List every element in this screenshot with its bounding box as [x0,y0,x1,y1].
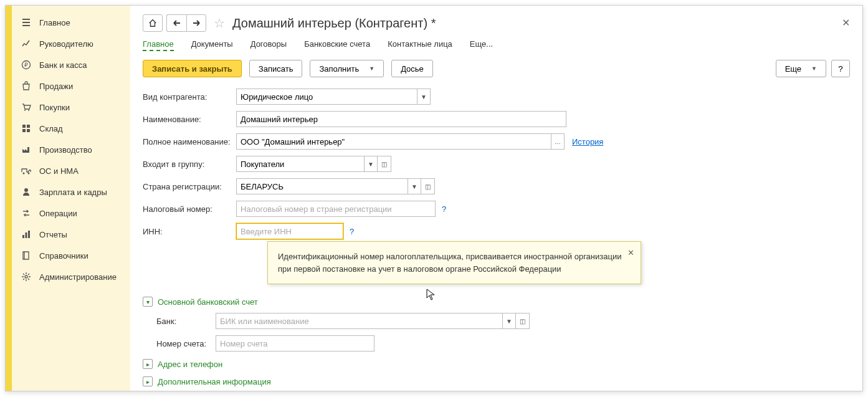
sidebar-item-operations[interactable]: Операции [12,203,130,224]
country-field[interactable] [236,178,408,194]
sidebar-item-manager[interactable]: Руководителю [12,33,130,54]
address-section-toggle[interactable]: ▸ Адрес и телефон [143,359,850,369]
fullname-label: Полное наименование: [143,137,236,146]
chevron-right-icon: ▸ [143,359,153,369]
ruble-icon: ₽ [21,59,32,70]
sidebar-item-admin[interactable]: Администрирование [12,266,130,287]
back-button[interactable] [166,14,186,32]
account-field[interactable] [216,335,374,352]
dropdown-icon[interactable]: ▼ [364,156,378,172]
dropdown-icon[interactable]: ▼ [408,178,421,194]
sidebar-label: Руководителю [39,39,93,49]
open-icon[interactable]: ◫ [421,178,435,194]
sidebar-item-salary[interactable]: Зарплата и кадры [12,181,130,203]
svg-text:₽: ₽ [24,62,28,68]
svg-rect-5 [27,125,30,128]
sidebar-item-warehouse[interactable]: Склад [12,118,130,139]
sidebar-item-reports[interactable]: Отчеты [12,224,130,245]
bank-section-toggle[interactable]: ▾ Основной банковский счет [143,297,850,307]
sidebar-item-main[interactable]: Главное [12,12,130,33]
tab-documents[interactable]: Документы [191,39,233,51]
group-field[interactable] [236,156,364,172]
chevron-right-icon: ▸ [143,376,153,386]
sidebar-item-assets[interactable]: ОС и НМА [12,160,130,181]
svg-rect-13 [28,231,30,238]
truck-icon [21,165,32,176]
tooltip-close-icon[interactable]: ✕ [627,247,634,259]
svg-rect-12 [26,232,27,238]
tab-main[interactable]: Главное [143,39,174,51]
help-button[interactable]: ? [831,60,850,77]
addinfo-section-toggle[interactable]: ▸ Дополнительная информация [143,376,850,386]
open-icon[interactable]: ◫ [516,313,530,329]
account-label: Номер счета: [156,339,216,348]
sidebar-label: Справочники [39,251,88,261]
name-field[interactable] [236,111,566,127]
dropdown-icon[interactable]: ▼ [502,313,516,329]
chevron-down-icon: ▾ [143,297,153,307]
history-link[interactable]: История [572,137,603,146]
favorite-icon[interactable]: ☆ [214,16,225,31]
help-icon[interactable]: ? [442,204,446,214]
inn-field[interactable] [236,223,343,239]
country-label: Страна регистрации: [143,182,236,191]
taxnum-field[interactable] [236,201,436,217]
type-field[interactable] [236,89,417,105]
sidebar-label: Склад [39,124,63,133]
sidebar-item-directories[interactable]: Справочники [12,245,130,266]
save-close-button[interactable]: Записать и закрыть [143,60,242,77]
sidebar-label: Зарплата и кадры [39,188,107,197]
save-button[interactable]: Записать [249,60,303,77]
transfer-icon [21,208,32,219]
factory-icon [21,144,32,155]
close-icon[interactable]: ✕ [842,17,850,29]
sidebar-label: Администрирование [39,272,117,282]
more-button[interactable]: Еще [776,60,826,77]
ellipsis-icon[interactable]: … [551,133,565,150]
sidebar-label: ОС и НМА [39,166,79,176]
sidebar: Главное Руководителю ₽ Банк и касса Прод… [12,6,130,391]
svg-point-3 [28,110,29,111]
tab-contacts[interactable]: Контактные лица [388,39,452,51]
sidebar-label: Операции [39,209,77,218]
tab-bank-accounts[interactable]: Банковские счета [304,39,370,51]
section-title: Основной банковский счет [158,297,258,307]
fullname-field[interactable] [236,133,551,150]
svg-point-2 [24,110,26,111]
main-content: ✕ ☆ Домашний интерьер (Контрагент) * Гла… [130,6,862,391]
home-button[interactable] [143,14,163,32]
sidebar-label: Производство [39,145,92,155]
help-icon[interactable]: ? [350,227,354,236]
bank-label: Банк: [156,317,216,326]
person-icon [21,186,32,198]
tooltip-text: Идентификационный номер налогоплательщик… [278,252,621,274]
sidebar-item-purchases[interactable]: Покупки [12,97,130,118]
chart-icon [21,38,32,49]
section-title: Дополнительная информация [158,377,271,386]
svg-rect-7 [27,129,30,132]
gear-icon [21,271,32,282]
toolbar: Записать и закрыть Записать Заполнить До… [143,60,850,77]
type-label: Вид контрагента: [143,92,236,102]
sidebar-label: Банк и касса [39,60,87,70]
sidebar-label: Главное [39,18,70,27]
dossier-button[interactable]: Досье [391,60,433,77]
open-icon[interactable]: ◫ [378,156,391,172]
forward-button[interactable] [186,14,206,32]
fill-button[interactable]: Заполнить [310,60,384,77]
svg-rect-11 [22,235,24,238]
tooltip: ✕ Идентификационный номер налогоплательщ… [267,241,641,284]
sidebar-item-bank[interactable]: ₽ Банк и касса [12,54,130,75]
dropdown-icon[interactable]: ▼ [417,89,431,105]
svg-point-9 [28,173,30,175]
svg-rect-4 [22,125,26,128]
sidebar-item-sales[interactable]: Продажи [12,75,130,97]
tab-more[interactable]: Еще... [470,39,493,51]
bank-field[interactable] [216,313,502,329]
sidebar-item-production[interactable]: Производство [12,139,130,160]
tabs: Главное Документы Договоры Банковские сч… [143,39,850,51]
svg-point-14 [25,275,27,278]
name-label: Наименование: [143,115,236,124]
svg-rect-6 [22,129,26,132]
tab-contracts[interactable]: Договоры [250,39,287,51]
